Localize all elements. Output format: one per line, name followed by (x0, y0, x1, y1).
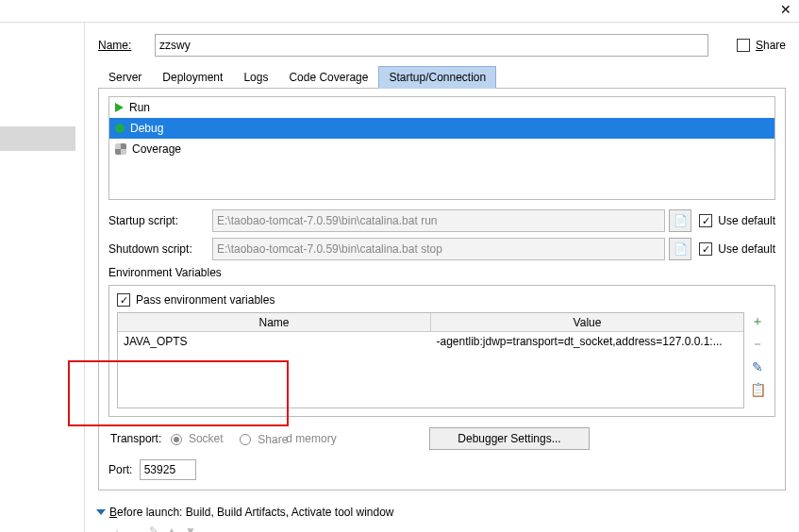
transport-port-area: Transport: Socket Shared memory Shared m… (108, 426, 775, 456)
list-item-label: Run (129, 101, 150, 114)
remove-env-button[interactable]: － (748, 335, 767, 354)
before-launch-label: Before launch: Build, Build Artifacts, A… (109, 506, 394, 519)
env-header-name: Name (118, 313, 431, 331)
pass-env-label: Pass environment variables (136, 293, 275, 307)
close-icon[interactable]: ✕ (780, 2, 791, 17)
name-input[interactable] (155, 34, 708, 57)
play-icon (115, 103, 124, 112)
bl-add-button[interactable]: ＋ (111, 524, 123, 532)
env-table-body: JAVA_OPTS -agentlib:jdwp=transport=dt_so… (118, 332, 743, 407)
bl-up-button[interactable]: ▲ (166, 524, 177, 532)
radio-shared-memory (240, 434, 251, 445)
radio-socket-label: Socket (189, 432, 224, 445)
startup-script-label: Startup script: (108, 214, 212, 227)
tab-content: Run Debug Coverage Startup script: 📄 ✓ U… (98, 89, 786, 490)
bl-remove-button[interactable]: － (130, 524, 141, 532)
env-header-value: Value (431, 313, 743, 331)
list-item-coverage[interactable]: Coverage (109, 139, 774, 159)
share-group: SSharehare (737, 39, 786, 52)
shutdown-use-default-label: Use default (718, 242, 775, 256)
env-cell-value: -agentlib:jdwp=transport=dt_socket,addre… (431, 332, 744, 351)
add-env-button[interactable]: ＋ (748, 312, 767, 331)
shutdown-use-default: ✓ Use default (699, 242, 775, 256)
list-item-run[interactable]: Run (109, 97, 774, 118)
radio-socket (171, 434, 182, 445)
tab-code-coverage[interactable]: Code Coverage (278, 66, 378, 89)
before-launch-row[interactable]: Before launch: Build, Build Artifacts, A… (98, 506, 786, 519)
tab-startup-connection[interactable]: Startup/Connection (378, 66, 496, 89)
left-sidebar-stub (0, 23, 85, 532)
shutdown-script-input (212, 238, 665, 260)
env-cell-name: JAVA_OPTS (118, 332, 431, 351)
env-toolbar: ＋ － ✎ 📋 (748, 312, 767, 408)
bl-edit-button[interactable]: ✎ (149, 524, 158, 532)
env-section-title: Environment Variables (108, 266, 775, 279)
startup-use-default-label: Use default (718, 214, 775, 227)
pass-env-checkbox[interactable]: ✓ (117, 293, 130, 307)
name-row: Name: SSharehare (98, 34, 786, 57)
transport-socket-option: Socket (171, 432, 226, 445)
sidebar-selection-stub (0, 126, 75, 151)
share-checkbox[interactable] (737, 39, 750, 52)
tab-deployment[interactable]: Deployment (152, 66, 233, 89)
env-table: Name Value JAVA_OPTS -agentlib:jdwp=tran… (117, 312, 744, 408)
bl-down-button[interactable]: ▼ (185, 524, 196, 532)
port-row: Port: (108, 459, 775, 480)
env-section: ✓ Pass environment variables Name Value … (108, 285, 775, 417)
tab-server[interactable]: Server (98, 66, 152, 89)
pass-env-row: ✓ Pass environment variables (117, 293, 767, 307)
startup-use-default: ✓ Use default (699, 214, 775, 227)
startup-script-input (212, 209, 665, 232)
shutdown-script-label: Shutdown script: (108, 242, 212, 256)
titlebar: ✕ (0, 0, 799, 23)
debugger-settings-button[interactable]: Debugger Settings... (429, 427, 590, 450)
before-launch-toolbar: ＋ － ✎ ▲ ▼ (111, 524, 786, 532)
list-item-label: Debug (130, 122, 163, 135)
shutdown-use-default-checkbox[interactable]: ✓ (699, 242, 712, 256)
edit-env-button[interactable]: ✎ (748, 357, 767, 376)
env-table-wrap: Name Value JAVA_OPTS -agentlib:jdwp=tran… (117, 312, 767, 408)
share-label: SSharehare (756, 39, 786, 52)
list-item-debug[interactable]: Debug (109, 118, 774, 139)
browse-shutdown-button[interactable]: 📄 (669, 238, 691, 260)
coverage-icon (115, 143, 126, 155)
startup-script-row: Startup script: 📄 ✓ Use default (108, 209, 775, 232)
env-table-header: Name Value (118, 313, 743, 332)
transport-row: Transport: Socket Shared memory Shared m… (110, 432, 337, 446)
table-row[interactable]: JAVA_OPTS -agentlib:jdwp=transport=dt_so… (118, 332, 743, 351)
port-input[interactable] (140, 459, 196, 480)
bug-icon (115, 124, 125, 133)
shutdown-script-row: Shutdown script: 📄 ✓ Use default (108, 238, 775, 260)
transport-shared-option: Shared memory Shared memory (240, 432, 337, 445)
list-item-label: Coverage (132, 142, 181, 156)
name-label: Name: (98, 39, 155, 52)
transport-label: Transport: (110, 432, 161, 445)
startup-use-default-checkbox[interactable]: ✓ (699, 214, 712, 227)
tab-logs[interactable]: Logs (233, 66, 278, 89)
run-mode-list: Run Debug Coverage (108, 96, 775, 200)
tab-bar: Server Deployment Logs Code Coverage Sta… (98, 66, 786, 89)
port-label: Port: (108, 463, 132, 476)
paste-env-button[interactable]: 📋 (748, 380, 767, 399)
main-panel: Name: SSharehare Server Deployment Logs … (85, 23, 799, 532)
browse-startup-button[interactable]: 📄 (669, 209, 691, 232)
expand-icon (96, 509, 106, 515)
